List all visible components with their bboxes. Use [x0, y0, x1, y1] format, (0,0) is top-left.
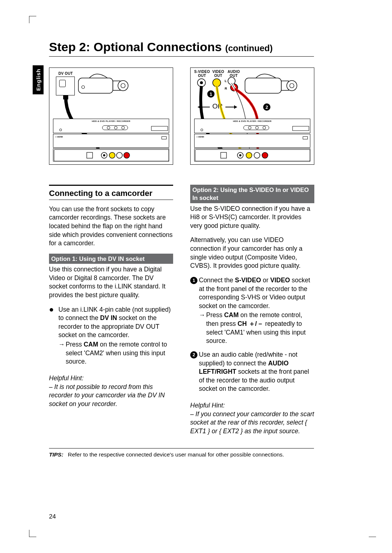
svg-point-8: [107, 126, 110, 129]
option2-paragraph1: Use the S-VIDEO connection if you have a…: [190, 205, 314, 230]
diagram-row: DV OUT HDD & DVD PLAYER /: [49, 67, 365, 165]
page-number: 24: [49, 513, 56, 520]
option2-paragraph2: Alternatively, you can use VIDEO connect…: [190, 236, 314, 270]
svg-rect-13: [87, 152, 93, 158]
right-column: Option 2: Using the S-VIDEO In or VIDEO …: [190, 185, 314, 436]
option2-heading: Option 2: Using the S-VIDEO In or VIDEO …: [190, 185, 314, 203]
step-text: Use an audio cable (red/white - not supp…: [197, 351, 314, 393]
option1-paragraph: Use this connection if you have a Digita…: [49, 265, 173, 300]
svg-point-9: [114, 126, 117, 129]
svg-rect-45: [195, 149, 310, 161]
option1-heading: Option 1: Using the DV IN socket: [49, 254, 173, 264]
svg-point-15: [103, 154, 105, 156]
svg-point-11: [60, 129, 62, 131]
helpful-hint: Helpful Hint: – If you connect your camc…: [190, 401, 314, 436]
svg-rect-38: [293, 126, 309, 131]
page-content: Step 2: Optional Connections (continued)…: [31, 0, 365, 458]
title-rule: [49, 56, 314, 57]
left-column: Connecting to a camcorder You can use th…: [49, 185, 173, 436]
svg-point-16: [109, 152, 115, 158]
svg-rect-5: [63, 95, 68, 99]
step-2: 2 Use an audio cable (red/white - not su…: [190, 351, 314, 393]
svg-point-35: [256, 126, 258, 129]
option1-bullet: ● Use an i.LINK 4-pin cable (not supplie…: [49, 306, 173, 366]
recorder-top: HDD & DVD PLAYER / RECORDER: [53, 119, 169, 133]
svg-point-41: [239, 154, 241, 156]
svg-point-36: [263, 126, 266, 129]
content-columns: Connecting to a camcorder You can use th…: [49, 185, 365, 436]
svg-point-34: [248, 126, 251, 129]
crop-mark: [369, 530, 376, 537]
diagram-dv-connection: DV OUT HDD & DVD PLAYER /: [49, 67, 173, 165]
step-number-icon: 2: [190, 351, 197, 359]
bullet-text: Use an i.LINK 4-pin cable (not supplied)…: [57, 306, 173, 366]
tips-label: TIPS:: [49, 451, 64, 458]
page-title: Step 2: Optional Connections (continued): [49, 40, 365, 54]
svg-point-18: [124, 152, 130, 158]
step-text: Connect the S-VIDEO or VIDEO socket at t…: [197, 276, 314, 345]
section-heading: Connecting to a camcorder: [49, 188, 173, 199]
svg-rect-39: [221, 152, 226, 158]
helpful-hint: Helpful Hint: – It is not possible to re…: [49, 374, 173, 409]
recorder-front-panel: [53, 148, 169, 161]
svg-point-37: [201, 129, 203, 131]
svg-point-42: [246, 152, 252, 158]
svg-point-43: [254, 152, 260, 158]
recorder-middle: i HDMI: [53, 134, 169, 148]
svg-point-10: [122, 126, 124, 129]
svg-point-44: [262, 152, 268, 158]
tips-footer: TIPS: Refer to the respective connected …: [49, 448, 314, 458]
recorder-middle: i HDMI: [194, 134, 310, 148]
bullet-icon: ●: [49, 306, 57, 366]
diagram-svideo-connection: S-VIDEO OUT VIDEO OUT AUDIO OUT L R OR: [190, 67, 314, 165]
sub-step: Press CAM on the remote control to selec…: [58, 340, 173, 366]
svg-point-17: [117, 152, 122, 158]
step-1: 1 Connect the S-VIDEO or VIDEO socket at…: [190, 276, 314, 345]
intro-paragraph: You can use the front sockets to copy ca…: [49, 205, 173, 248]
sub-step: Press CAM on the remote control, then pr…: [199, 311, 314, 345]
step-number-icon: 1: [190, 277, 197, 284]
recorder-front-panel: [194, 148, 310, 161]
crop-mark: [29, 530, 36, 537]
recorder-top: HDD & DVD PLAYER / RECORDER: [194, 119, 310, 133]
svg-rect-12: [151, 126, 168, 131]
tips-text: Refer to the respective connected device…: [68, 451, 284, 458]
